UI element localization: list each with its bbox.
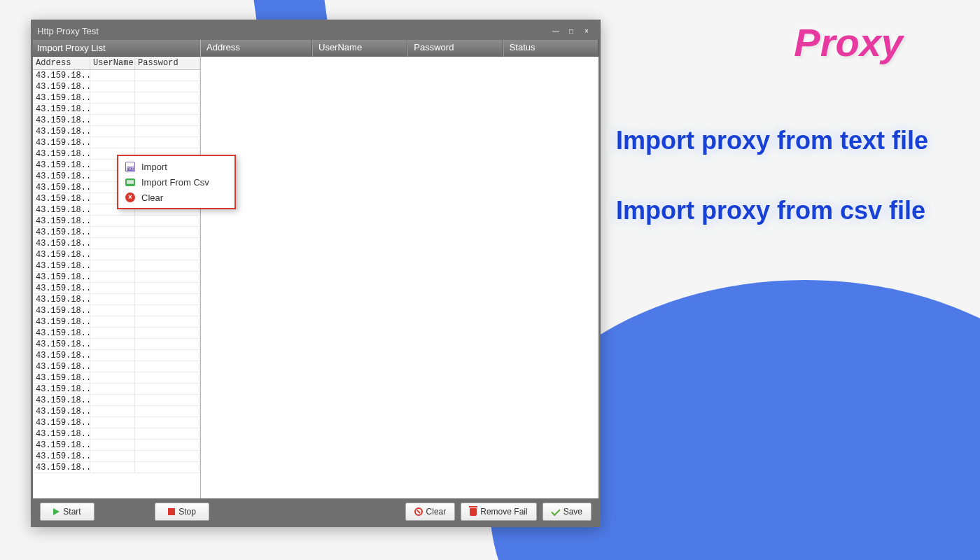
table-row[interactable]: 43.159.18... (33, 115, 200, 126)
cell-password (135, 305, 200, 316)
table-row[interactable]: 43.159.18... (33, 451, 200, 462)
cell-address: 43.159.18... (33, 148, 90, 159)
mcol-address[interactable]: Address (201, 40, 312, 57)
table-row[interactable]: 43.159.18... (33, 238, 200, 249)
cell-username (90, 339, 135, 349)
stop-button[interactable]: Stop (155, 503, 209, 521)
cell-address: 43.159.18... (33, 204, 90, 215)
cell-username (90, 316, 135, 327)
check-icon (551, 506, 560, 515)
table-row[interactable]: 43.159.18... (33, 350, 200, 361)
table-row[interactable]: 43.159.18... (33, 283, 200, 294)
table-row[interactable]: 43.159.18... (33, 104, 200, 115)
table-row[interactable]: 43.159.18... (33, 227, 200, 238)
table-row[interactable]: 43.159.18... (33, 216, 200, 227)
cell-username (90, 272, 135, 282)
table-row[interactable]: 43.159.18... (33, 272, 200, 283)
cell-password (135, 115, 200, 125)
save-button[interactable]: Save (542, 503, 592, 521)
promo-line-1: Import proxy from text file (616, 126, 980, 155)
cell-address: 43.159.18... (33, 384, 90, 394)
cell-password (135, 104, 200, 114)
table-row[interactable]: 43.159.18... (33, 81, 200, 92)
result-grid-body[interactable] (201, 57, 598, 498)
cell-address: 43.159.18... (33, 81, 90, 92)
cell-password (135, 339, 200, 349)
result-grid-header: Address UserName Password Status (201, 40, 598, 57)
table-row[interactable]: 43.159.18... (33, 328, 200, 339)
titlebar[interactable]: Http Proxy Test — □ × (33, 22, 598, 40)
cell-password (135, 137, 200, 148)
cell-username (90, 126, 135, 136)
import-grid-header: Address UserName Password (33, 57, 200, 70)
table-row[interactable]: 43.159.18... (33, 428, 200, 440)
table-row[interactable]: 43.159.18... (33, 260, 200, 272)
cell-address: 43.159.18... (33, 294, 90, 304)
minimize-button[interactable]: — (548, 24, 564, 37)
promo-line-2: Import proxy from csv file (616, 196, 980, 225)
start-button[interactable]: Start (40, 503, 94, 521)
col-address[interactable]: Address (33, 57, 90, 69)
table-row[interactable]: 43.159.18... (33, 70, 200, 81)
table-row[interactable]: 43.159.18... (33, 462, 200, 473)
menu-clear[interactable]: × Clear (118, 190, 234, 205)
table-row[interactable]: 43.159.18... (33, 406, 200, 417)
cell-username (90, 81, 135, 92)
cell-password (135, 92, 200, 103)
menu-import-csv[interactable]: Import From Csv (118, 174, 234, 190)
cell-address: 43.159.18... (33, 137, 90, 148)
mcol-username[interactable]: UserName (312, 40, 407, 57)
table-row[interactable]: 43.159.18... (33, 395, 200, 406)
table-row[interactable]: 43.159.18... (33, 126, 200, 137)
cell-address: 43.159.18... (33, 372, 90, 383)
menu-import[interactable]: Import (118, 159, 234, 174)
cell-username (90, 384, 135, 394)
table-row[interactable]: 43.159.18... (33, 92, 200, 104)
remove-fail-label: Remove Fail (480, 507, 527, 517)
table-row[interactable]: 43.159.18... (33, 384, 200, 395)
close-button[interactable]: × (579, 24, 594, 37)
cell-address: 43.159.18... (33, 104, 90, 114)
remove-fail-button[interactable]: Remove Fail (461, 503, 536, 521)
table-row[interactable]: 43.159.18... (33, 137, 200, 148)
cell-username (90, 440, 135, 450)
cell-address: 43.159.18... (33, 126, 90, 136)
table-row[interactable]: 43.159.18... (33, 417, 200, 428)
cell-password (135, 283, 200, 293)
table-row[interactable]: 43.159.18... (33, 249, 200, 260)
table-row[interactable]: 43.159.18... (33, 316, 200, 328)
trash-icon (470, 508, 477, 516)
cell-password (135, 294, 200, 304)
cell-username (90, 115, 135, 125)
cell-address: 43.159.18... (33, 417, 90, 428)
table-row[interactable]: 43.159.18... (33, 339, 200, 350)
clear-button[interactable]: Clear (405, 503, 456, 521)
import-grid-body[interactable]: 43.159.18...43.159.18...43.159.18...43.1… (33, 70, 200, 498)
cell-address: 43.159.18... (33, 216, 90, 226)
save-label: Save (564, 507, 582, 517)
cell-password (135, 238, 200, 248)
cell-address: 43.159.18... (33, 339, 90, 349)
col-username[interactable]: UserName (90, 57, 135, 69)
table-row[interactable]: 43.159.18... (33, 372, 200, 384)
table-row[interactable]: 43.159.18... (33, 294, 200, 305)
mcol-password[interactable]: Password (407, 40, 503, 57)
table-row[interactable]: 43.159.18... (33, 361, 200, 372)
col-password[interactable]: Password (135, 57, 200, 69)
cell-username (90, 283, 135, 293)
cell-password (135, 406, 200, 416)
mcol-status[interactable]: Status (503, 40, 598, 57)
maximize-button[interactable]: □ (564, 24, 579, 37)
cell-username (90, 462, 135, 472)
table-row[interactable]: 43.159.18... (33, 440, 200, 451)
footer-toolbar: Start Stop Clear Remove Fail Save (33, 498, 598, 525)
cell-username (90, 104, 135, 114)
cell-username (90, 451, 135, 461)
import-panel-title: Import Proxy List (33, 40, 200, 57)
cell-address: 43.159.18... (33, 451, 90, 461)
cell-username (90, 305, 135, 316)
cell-username (90, 137, 135, 148)
cell-address: 43.159.18... (33, 350, 90, 360)
cell-password (135, 428, 200, 439)
table-row[interactable]: 43.159.18... (33, 305, 200, 316)
